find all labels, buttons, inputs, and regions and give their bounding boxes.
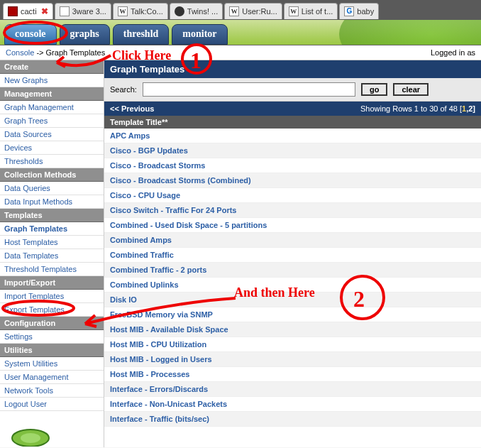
app-tab-console[interactable]: console xyxy=(4,24,57,45)
search-row: Search: go clear xyxy=(104,78,481,102)
template-row[interactable]: Cisco - CPU Usage xyxy=(104,188,481,203)
sidebar-category: Create xyxy=(0,60,104,74)
template-row[interactable]: Cisco - Broadcast Storms xyxy=(104,158,481,173)
page-2-link[interactable]: ,2] xyxy=(466,104,475,113)
browser-tab[interactable]: Twins! ... xyxy=(170,3,223,19)
sidebar-item[interactable]: Devices xyxy=(0,141,104,155)
template-row[interactable]: Disk IO xyxy=(104,293,481,307)
sidebar-category: Utilities xyxy=(0,344,104,357)
template-row[interactable]: Combined Uplinks xyxy=(104,278,481,293)
browser-tab[interactable]: WUser:Ru... xyxy=(224,3,282,19)
cacti-logo xyxy=(0,418,104,447)
template-row[interactable]: Interface - Traffic (bits/sec) xyxy=(104,412,481,427)
tab-favicon: G xyxy=(344,6,354,16)
sidebar: CreateNew GraphsManagementGraph Manageme… xyxy=(0,60,104,447)
template-row[interactable]: Combined - Used Disk Space - 5 partition… xyxy=(104,218,481,233)
sidebar-item[interactable]: Host Templates xyxy=(0,236,104,249)
template-row[interactable]: Cisco - Broadcast Storms (Combined) xyxy=(104,173,481,188)
template-row[interactable]: Combined Traffic - 2 ports xyxy=(104,263,481,278)
template-row[interactable]: Host MIB - CPU Utilization xyxy=(104,337,481,352)
svg-point-1 xyxy=(21,433,40,443)
pager-status: Showing Rows 1 to 30 of 48 [1,2] xyxy=(360,104,475,113)
browser-tab[interactable]: cacti✖ xyxy=(3,3,53,19)
sidebar-item[interactable]: Logout User xyxy=(0,398,104,411)
template-row[interactable]: Interface - Errors/Discards xyxy=(104,382,481,397)
tab-favicon xyxy=(60,6,70,16)
breadcrumb-page: Graph Templates xyxy=(46,48,106,57)
app-tab-threshld[interactable]: threshld xyxy=(113,24,170,45)
app-tab-graphs[interactable]: graphs xyxy=(60,24,110,45)
template-row[interactable]: Cisco - BGP Updates xyxy=(104,143,481,158)
sidebar-item[interactable]: Graph Templates xyxy=(0,222,104,236)
search-input[interactable] xyxy=(143,82,355,97)
sidebar-item[interactable]: Data Sources xyxy=(0,128,104,141)
browser-tab-bar: cacti✖3ware 3...WTalk:Co...Twins! ...WUs… xyxy=(0,0,481,20)
sidebar-item[interactable]: Data Input Methods xyxy=(0,195,104,209)
browser-tab[interactable]: WTalk:Co... xyxy=(113,3,168,19)
template-row[interactable]: Interface - Non-Unicast Packets xyxy=(104,397,481,412)
sidebar-category: Collection Methods xyxy=(0,168,104,182)
template-row[interactable]: Combined Traffic xyxy=(104,248,481,263)
panel-title: Graph Templates xyxy=(104,60,481,78)
sidebar-item[interactable]: Data Templates xyxy=(0,249,104,263)
tab-label: 3ware 3... xyxy=(72,7,106,16)
tab-favicon xyxy=(175,6,184,16)
template-row[interactable]: Combined Amps xyxy=(104,233,481,248)
sidebar-item[interactable]: Graph Trees xyxy=(0,114,104,128)
sidebar-category: Management xyxy=(0,87,104,101)
tab-label: User:Ru... xyxy=(242,7,277,16)
app-tab-monitor[interactable]: monitor xyxy=(172,24,227,45)
column-header-title[interactable]: Template Title** xyxy=(104,116,481,129)
template-row[interactable]: APC Amps xyxy=(104,129,481,143)
main-panel: Graph Templates Search: go clear << Prev… xyxy=(104,60,481,447)
close-icon[interactable]: ✖ xyxy=(41,6,48,16)
sidebar-item[interactable]: Graph Management xyxy=(0,101,104,114)
search-label: Search: xyxy=(110,85,137,94)
tab-label: List of t... xyxy=(302,7,333,16)
browser-tab[interactable]: WList of t... xyxy=(284,3,338,19)
previous-link[interactable]: << Previous xyxy=(110,104,154,113)
sidebar-item[interactable]: New Graphs xyxy=(0,74,104,87)
go-button[interactable]: go xyxy=(361,83,387,96)
template-row[interactable]: Cisco Switch - Traffic For 24 Ports xyxy=(104,203,481,218)
sidebar-item[interactable]: System Utilities xyxy=(0,357,104,371)
sidebar-category: Import/Export xyxy=(0,276,104,290)
sidebar-item[interactable]: Settings xyxy=(0,330,104,344)
sidebar-item[interactable]: Import Templates xyxy=(0,290,104,303)
tab-label: cacti xyxy=(21,7,37,16)
tab-favicon: W xyxy=(118,6,128,16)
pager-row: << Previous Showing Rows 1 to 30 of 48 [… xyxy=(104,102,481,116)
tab-label: Talk:Co... xyxy=(131,7,163,16)
breadcrumb-console[interactable]: Console xyxy=(6,48,34,57)
tab-label: Twins! ... xyxy=(187,7,218,16)
breadcrumb-sep: -> xyxy=(34,48,45,57)
sidebar-item[interactable]: Network Tools xyxy=(0,384,104,398)
clear-button[interactable]: clear xyxy=(393,83,429,96)
tab-favicon xyxy=(8,6,18,16)
app-tab-bar: consolegraphsthreshldmonitor xyxy=(0,20,481,45)
sidebar-item[interactable]: Thresholds xyxy=(0,155,104,168)
template-row[interactable]: Host MIB - Processes xyxy=(104,367,481,382)
sidebar-category: Templates xyxy=(0,209,104,222)
sidebar-category: Configuration xyxy=(0,317,104,330)
template-row[interactable]: FreeBSD Memory via SNMP xyxy=(104,307,481,322)
browser-tab[interactable]: Gbaby xyxy=(339,3,379,19)
template-row[interactable]: Host MIB - Available Disk Space xyxy=(104,322,481,337)
tab-favicon: W xyxy=(289,6,299,16)
sidebar-item[interactable]: Data Queries xyxy=(0,182,104,195)
tab-favicon: W xyxy=(229,6,239,16)
logged-in-text: Logged in as xyxy=(431,48,475,57)
template-row[interactable]: Host MIB - Logged in Users xyxy=(104,352,481,367)
tab-label: baby xyxy=(357,7,374,16)
browser-tab[interactable]: 3ware 3... xyxy=(55,3,111,19)
breadcrumb-bar: Console -> Graph Templates Logged in as xyxy=(0,45,481,60)
sidebar-item[interactable]: Threshold Templates xyxy=(0,263,104,276)
sidebar-item[interactable]: Export Templates xyxy=(0,303,104,317)
sidebar-item[interactable]: User Management xyxy=(0,371,104,384)
